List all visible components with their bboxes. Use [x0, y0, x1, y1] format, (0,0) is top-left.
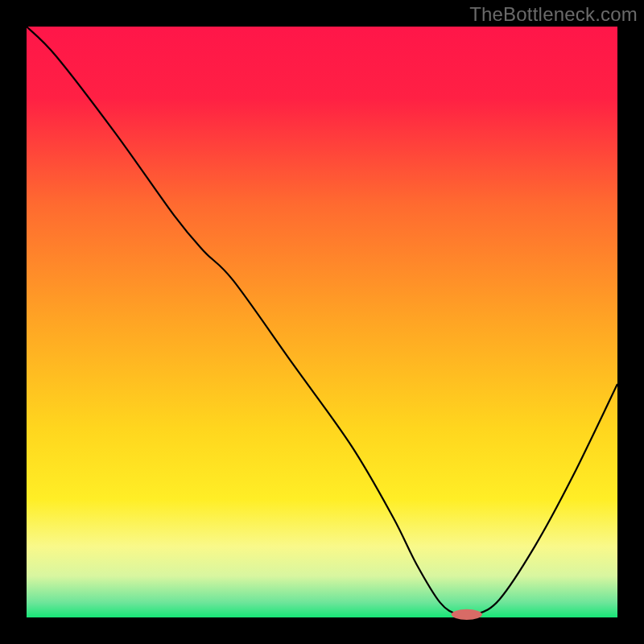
bottleneck-chart [0, 0, 644, 644]
watermark-text: TheBottleneck.com [469, 3, 638, 26]
optimal-point-marker [452, 609, 482, 620]
plot-background [27, 27, 617, 617]
chart-frame: TheBottleneck.com [0, 0, 644, 644]
